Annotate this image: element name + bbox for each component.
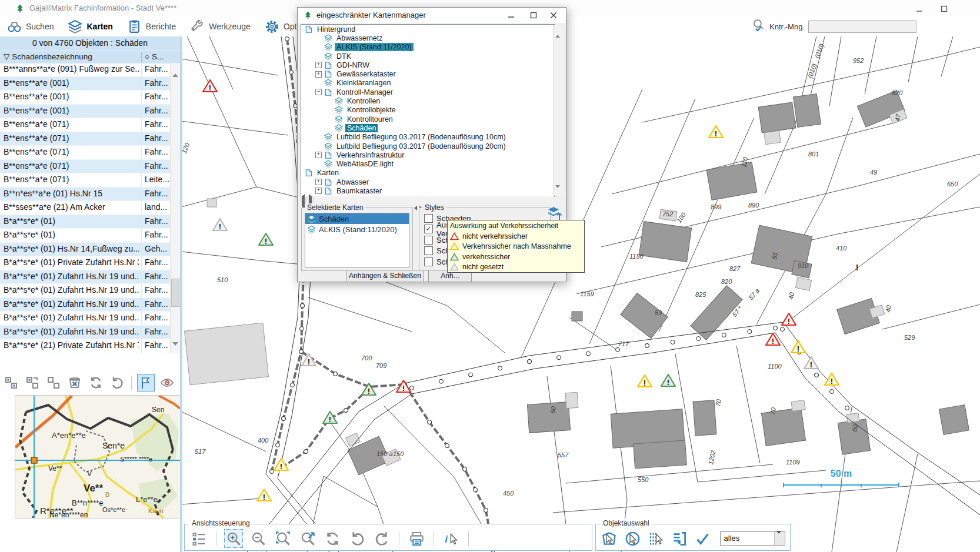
tree-item[interactable]: –Kontroll-Manager xyxy=(301,88,555,96)
select-circle-icon[interactable] xyxy=(624,529,642,548)
table-row[interactable]: B**ens**a*e (071)Fahr... xyxy=(0,118,180,132)
zoom-out-icon[interactable] xyxy=(249,529,268,548)
tree-item[interactable]: Karten xyxy=(301,169,555,178)
damage-marker[interactable]: ! xyxy=(213,219,227,231)
selected-map-item[interactable]: Schäden xyxy=(305,213,409,224)
table-row[interactable]: B**n*es**a*e (01) Hs.Nr 15Fahr... xyxy=(0,188,180,202)
table-row[interactable]: B**ens**a*e (071)Fahr... xyxy=(0,160,180,174)
expand-icon[interactable]: + xyxy=(315,62,322,68)
tree-scroll-up-icon[interactable] xyxy=(555,25,562,32)
table-row[interactable]: B**ens**a*e (071)Leite... xyxy=(0,173,180,188)
table-row[interactable]: B**sses**a*e (21) Am Ackerland... xyxy=(0,201,180,215)
damage-marker[interactable]: ! xyxy=(782,313,796,326)
refresh-icon[interactable] xyxy=(87,374,105,392)
table-row[interactable]: B*a**s*e* (01) Zufahrt Hs.Nr 19 und...Fa… xyxy=(0,270,180,285)
sewer-node[interactable] xyxy=(484,508,488,513)
table-row[interactable]: B*a**s*e* (01) Private Zufahrt Hs.Nr 3Fa… xyxy=(0,256,180,270)
sewer-node[interactable] xyxy=(270,470,274,474)
table-row[interactable]: B*a**s*e* (21) Private Zufahrt Hs.Nr 7Fa… xyxy=(0,339,180,353)
zoom-window-icon[interactable] xyxy=(274,529,292,548)
scroll-up-icon[interactable] xyxy=(172,63,179,71)
damage-marker[interactable]: ! xyxy=(638,375,652,387)
current-position-marker[interactable] xyxy=(31,457,37,463)
damage-marker[interactable]: ! xyxy=(766,333,780,346)
toolbar-button-suchen[interactable]: Suchen xyxy=(0,18,61,36)
tree-item[interactable]: +Baumkataster xyxy=(301,186,555,195)
checkbox-icon[interactable] xyxy=(424,246,433,255)
sewer-node[interactable] xyxy=(304,450,308,454)
sewer-node[interactable] xyxy=(463,467,467,471)
tree-item[interactable]: Kontrolltouren xyxy=(301,115,555,123)
table-row[interactable]: B**ens**a*e (001)Fahr... xyxy=(0,105,180,119)
sewer-node[interactable] xyxy=(428,420,432,424)
kntr-mng-input[interactable] xyxy=(808,21,916,33)
scrollbar-thumb[interactable] xyxy=(171,279,181,307)
sewer-node[interactable] xyxy=(334,372,338,376)
table-scrollbar[interactable] xyxy=(170,63,181,353)
table-row[interactable]: B**ens**a*e (071)Fahr... xyxy=(0,146,180,160)
sewer-node[interactable] xyxy=(528,360,532,364)
sewer-node[interactable] xyxy=(301,304,305,308)
sewer-node[interactable] xyxy=(830,390,834,394)
sewer-node[interactable] xyxy=(285,37,289,41)
redo-icon[interactable] xyxy=(372,529,391,548)
table-row[interactable]: B**ens**a*e (071)Fahr... xyxy=(0,132,180,146)
column-s[interactable]: S... xyxy=(152,52,164,61)
tree-scroll-right-icon[interactable] xyxy=(308,196,314,203)
dialog-minimize-button[interactable] xyxy=(502,10,520,21)
damage-marker[interactable]: ! xyxy=(791,341,805,353)
tree-item[interactable]: Hintergrund xyxy=(301,25,555,34)
selected-map-item[interactable]: ALKIS (Stand:11/2020) xyxy=(305,224,409,235)
sewer-node[interactable] xyxy=(774,326,778,330)
tree-item[interactable]: Kontrollobjekte xyxy=(301,106,555,115)
sewer-node[interactable] xyxy=(781,327,785,332)
refresh-icon[interactable] xyxy=(323,529,342,548)
toolbar-button-werkzeuge[interactable]: Werkzeuge xyxy=(183,18,258,36)
filter-icon[interactable]: ○ xyxy=(145,52,149,61)
sewer-node[interactable] xyxy=(469,373,473,377)
window-maximize-button[interactable] xyxy=(935,4,953,14)
tree-item[interactable]: WebAtlasDE.light xyxy=(301,159,555,168)
undo-icon[interactable] xyxy=(108,374,126,392)
sewer-node[interactable] xyxy=(815,373,819,377)
sewer-node[interactable] xyxy=(282,417,286,421)
damage-marker[interactable]: ! xyxy=(661,374,675,387)
tree-item[interactable]: Luftbild Befliegung 03.2017 (Bodenauflös… xyxy=(301,142,555,150)
dialog-maximize-button[interactable] xyxy=(525,10,542,21)
attach-close-button[interactable]: Anhängen & Schließen xyxy=(346,270,424,282)
sewer-node[interactable] xyxy=(445,444,449,448)
sewer-node[interactable] xyxy=(474,488,478,492)
select-filter-icon[interactable] xyxy=(647,529,665,548)
expand-icon[interactable]: + xyxy=(315,188,322,194)
table-column-header[interactable]: ▽ Schadensbezeichnung ○ S... xyxy=(0,51,180,63)
select-new-icon[interactable] xyxy=(2,374,20,392)
table-row[interactable]: B***anns**a*e (091) Fußweg zur Se...Fahr… xyxy=(0,63,180,77)
toolbar-button-karten[interactable]: Karten xyxy=(61,18,119,36)
tree-item[interactable]: DTK xyxy=(301,52,555,61)
flag-icon[interactable] xyxy=(137,374,155,392)
tree-item[interactable]: +Gewässerkataster xyxy=(301,69,555,78)
undo-icon[interactable] xyxy=(348,529,366,548)
collapse-icon[interactable]: – xyxy=(315,89,322,95)
print-icon[interactable] xyxy=(407,529,426,548)
column-schadensbezeichnung[interactable]: Schadensbezeichnung xyxy=(12,52,92,61)
sewer-node[interactable] xyxy=(645,344,649,348)
checkbox-icon[interactable] xyxy=(424,214,433,223)
expand-icon[interactable]: + xyxy=(315,179,322,185)
checkbox-icon[interactable] xyxy=(424,236,433,245)
checkbox-icon[interactable] xyxy=(424,257,433,266)
chevron-down-icon[interactable] xyxy=(774,532,785,545)
sort-icon[interactable]: ▽ xyxy=(4,52,9,61)
table-row[interactable]: B*a**s*e* (01) Zufahrt Hs.Nr 19 und...Fa… xyxy=(0,312,180,326)
tree-item[interactable]: +Verkehrsinfrastruktur xyxy=(301,150,555,159)
sewer-node[interactable] xyxy=(276,443,280,447)
tree-item[interactable]: Luftbild Befliegung 03.2017 (Bodenauflös… xyxy=(301,133,555,142)
expand-icon[interactable]: + xyxy=(315,71,322,78)
tree-vertical-scrollbar[interactable] xyxy=(553,25,562,195)
tree-scroll-down-icon[interactable] xyxy=(555,188,562,195)
table-row[interactable]: B*a**s*e* (01) Zufahrt Hs.Nr 19 und...Fa… xyxy=(0,326,180,340)
sewer-node[interactable] xyxy=(586,352,591,356)
select-polygon-icon[interactable] xyxy=(601,529,618,548)
tree-horizontal-scrollbar[interactable] xyxy=(301,196,554,203)
tree-item[interactable]: Schäden xyxy=(301,123,555,132)
